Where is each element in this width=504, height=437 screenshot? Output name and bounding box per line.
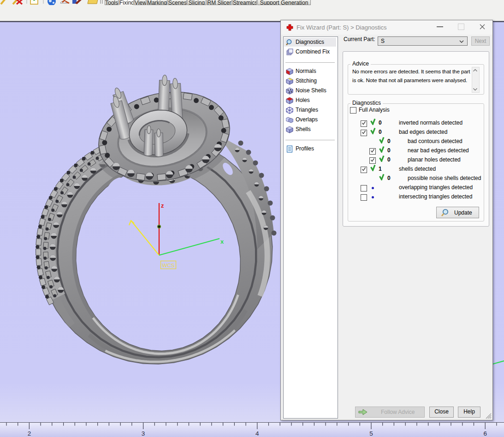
svg-text:WCS: WCS xyxy=(162,263,175,268)
svg-text:3: 3 xyxy=(142,430,145,437)
svg-text:2: 2 xyxy=(28,430,31,437)
svg-text:x: x xyxy=(220,238,224,245)
svg-text:4: 4 xyxy=(255,430,259,437)
svg-text:5: 5 xyxy=(369,430,373,437)
svg-text:z: z xyxy=(161,202,164,209)
svg-text:6: 6 xyxy=(483,430,487,437)
